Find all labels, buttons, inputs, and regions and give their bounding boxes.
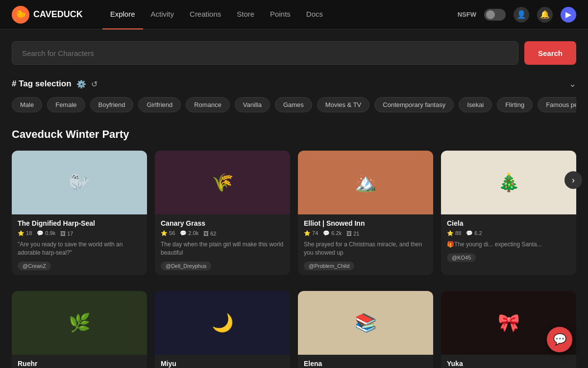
card-desc: 🎁The young di... expecting Santa... (447, 240, 570, 249)
nsfw-label: NSFW (458, 11, 476, 18)
nav-links: Explore Activity Creations Store Points … (102, 0, 458, 29)
card-image: 🦭 (12, 151, 147, 214)
discord-icon[interactable]: ▶ (561, 7, 576, 23)
card-name: Elliot | Snowed Inn (304, 219, 427, 227)
nav-activity[interactable]: Activity (143, 0, 182, 29)
card-chat-stat: 💬 6.2 (466, 230, 482, 237)
card-name: Ruehr (18, 360, 141, 368)
card-author: @KO45 (447, 253, 476, 262)
settings-icon[interactable]: ⚙️ (76, 79, 86, 89)
tag-list: Male Female Boyfriend Girlfriend Romance… (12, 97, 576, 112)
card-item[interactable]: 🏔️ Elliot | Snowed Inn ⭐ 74 💬 6.2k 🖼 21 … (298, 151, 433, 275)
nav-creations[interactable]: Creations (182, 0, 229, 29)
nav-points[interactable]: Points (262, 0, 298, 29)
card-chat-stat: 💬 2.0k (180, 230, 198, 237)
card-grid-2: 🌿 Ruehr ⭐ 13 💬 0.5k 🖼 23 I've liked you … (12, 291, 576, 368)
main-content: Search # Tag selection ⚙️ ↺ ⌄ Male Femal… (0, 29, 588, 368)
tag-famous-people[interactable]: Famous people (538, 97, 576, 112)
logo[interactable]: 🐤 CAVEDUCK (12, 6, 83, 24)
nav-right: NSFW 👤 🔔 ▶ (458, 7, 576, 23)
bell-icon[interactable]: 🔔 (537, 7, 553, 23)
card-image: 🌿 (12, 291, 147, 355)
card-star-stat: ⭐ 56 (161, 230, 175, 237)
tag-isekai[interactable]: Isekai (459, 97, 492, 112)
card-image: 🏔️ (298, 151, 433, 214)
card-chat-stat: 💬 0.9k (37, 230, 55, 237)
brand-name: CAVEDUCK (33, 9, 83, 20)
card-name: Yuka (447, 360, 570, 368)
tag-contemporary-fantasy[interactable]: Contemporary fantasy (374, 97, 454, 112)
card-name: Ciela (447, 219, 570, 227)
card-image: 🎄 (441, 151, 576, 214)
card-item[interactable]: 🌙 Miyu ⭐ 36 💬 1.5k 🖼 9 The beautiful gir… (155, 291, 290, 368)
card-image: 🌙 (155, 291, 290, 355)
card-name: Canary Grass (161, 219, 284, 227)
card-body: Miyu ⭐ 36 💬 1.5k 🖼 9 The beautiful girl … (155, 355, 290, 368)
tag-romance[interactable]: Romance (186, 97, 230, 112)
card-stats: ⭐ 56 💬 2.0k 🖼 62 (161, 230, 284, 237)
card-image: 🌾 (155, 151, 290, 214)
tag-girlfriend[interactable]: Girlfriend (138, 97, 181, 112)
cards-row-2: 🌿 Ruehr ⭐ 13 💬 0.5k 🖼 23 I've liked you … (12, 291, 576, 368)
card-chat-stat: 💬 6.2k (323, 230, 342, 237)
card-body: Elliot | Snowed Inn ⭐ 74 💬 6.2k 🖼 21 She… (298, 214, 433, 275)
card-name: Elena (304, 360, 427, 368)
tag-header: # Tag selection ⚙️ ↺ ⌄ (12, 79, 576, 89)
section-title: Caveduck Winter Party (12, 128, 576, 141)
card-body: Elena ⭐ 45 💬 4.1k 🖼 18 "I hope even thos… (298, 355, 433, 368)
card-image-stat: 🖼 17 (60, 230, 73, 237)
card-star-stat: ⭐ 88 (447, 230, 461, 237)
card-body: Yuka ⭐ 37 💬 2.4k Reuniting with h... pro… (441, 355, 576, 368)
nav-store[interactable]: Store (229, 0, 262, 29)
tag-vanilla[interactable]: Vanilla (235, 97, 270, 112)
nav-docs[interactable]: Docs (298, 0, 331, 29)
card-grid-1: 🦭 The Dignified Harp-Seal ⭐ 18 💬 0.9k 🖼 … (12, 151, 576, 275)
card-stats: ⭐ 88 💬 6.2 (447, 230, 570, 237)
refresh-icon[interactable]: ↺ (91, 79, 98, 89)
card-stats: ⭐ 74 💬 6.2k 🖼 21 (304, 230, 427, 237)
nav-explore[interactable]: Explore (102, 0, 143, 29)
chevron-down-icon[interactable]: ⌄ (569, 79, 576, 89)
card-image-stat: 🖼 62 (203, 230, 216, 237)
card-name: The Dignified Harp-Seal (18, 219, 141, 227)
navbar: 🐤 CAVEDUCK Explore Activity Creations St… (0, 0, 588, 29)
card-author: @CreanZ (18, 262, 51, 270)
tag-flirting[interactable]: Flirting (497, 97, 533, 112)
tag-title: # Tag selection (12, 79, 72, 89)
card-item[interactable]: 🌾 Canary Grass ⭐ 56 💬 2.0k 🖼 62 The day … (155, 151, 290, 275)
search-input[interactable] (12, 41, 518, 65)
search-button[interactable]: Search (524, 41, 576, 65)
tag-female[interactable]: Female (47, 97, 85, 112)
card-item[interactable]: 🎄 Ciela ⭐ 88 💬 6.2 🎁The young di... expe… (441, 151, 576, 275)
tag-movies-tv[interactable]: Movies & TV (317, 97, 369, 112)
card-body: Ciela ⭐ 88 💬 6.2 🎁The young di... expect… (441, 214, 576, 267)
toggle-knob (486, 10, 495, 19)
card-desc: She prayed for a Christmas miracle, and … (304, 240, 427, 257)
card-desc: "Are you ready to save the world with an… (18, 240, 141, 257)
card-body: The Dignified Harp-Seal ⭐ 18 💬 0.9k 🖼 17… (12, 214, 147, 275)
tag-male[interactable]: Male (12, 97, 42, 112)
chat-fab[interactable]: 💬 (547, 327, 572, 352)
card-desc: The day when the plain girl will make th… (161, 240, 284, 257)
tag-games[interactable]: Games (275, 97, 312, 112)
card-body: Canary Grass ⭐ 56 💬 2.0k 🖼 62 The day wh… (155, 214, 290, 275)
card-item[interactable]: 📚 Elena ⭐ 45 💬 4.1k 🖼 18 "I hope even th… (298, 291, 433, 368)
card-author: @Dell_Dreyphus (161, 262, 211, 270)
logo-icon: 🐤 (12, 6, 29, 24)
card-body: Ruehr ⭐ 13 💬 0.5k 🖼 23 I've liked you fo… (12, 355, 147, 368)
card-name: Miyu (161, 360, 284, 368)
card-stats: ⭐ 18 💬 0.9k 🖼 17 (18, 230, 141, 237)
scroll-right-arrow[interactable]: › (564, 171, 582, 189)
card-star-stat: ⭐ 74 (304, 230, 318, 237)
card-author: @Problem_Child (304, 262, 354, 270)
nsfw-toggle[interactable] (484, 9, 506, 21)
cards-row-1: 🦭 The Dignified Harp-Seal ⭐ 18 💬 0.9k 🖼 … (12, 151, 576, 275)
search-row: Search (12, 41, 576, 65)
card-image-stat: 🖼 21 (346, 230, 359, 237)
card-item[interactable]: 🌿 Ruehr ⭐ 13 💬 0.5k 🖼 23 I've liked you … (12, 291, 147, 368)
card-item[interactable]: 🦭 The Dignified Harp-Seal ⭐ 18 💬 0.9k 🖼 … (12, 151, 147, 275)
card-image: 📚 (298, 291, 433, 355)
user-icon[interactable]: 👤 (514, 7, 529, 23)
card-star-stat: ⭐ 18 (18, 230, 32, 237)
tag-boyfriend[interactable]: Boyfriend (90, 97, 134, 112)
